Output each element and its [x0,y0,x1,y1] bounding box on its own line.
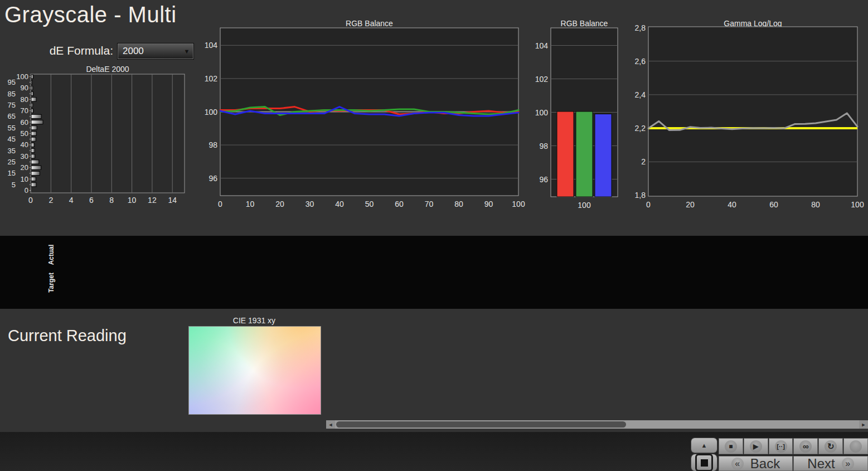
svg-text:0: 0 [28,196,33,205]
rgb-balance-bar-chart: 9698100102104100 [530,19,630,214]
next-chevron-icon: » [842,458,854,470]
svg-text:60: 60 [395,200,404,208]
back-chevron-icon: « [731,458,744,470]
back-button-label: Back [750,456,780,471]
read-continuous-button[interactable]: ∞ [793,438,818,454]
refresh-button[interactable]: ↻ [818,438,843,454]
svg-text:104: 104 [205,41,218,50]
pattern-bottom-bar: ▲ ■ ▶ [··] ∞ ↻ « Back Next » [0,432,868,471]
table-scrollbar[interactable]: ◄ ► [326,420,868,429]
svg-text:20: 20 [21,163,28,172]
rgb-balance-line-chart: 96981001021040102030405060708090100 [201,19,527,214]
svg-text:100: 100 [535,108,549,117]
svg-text:10: 10 [128,196,137,205]
svg-text:35: 35 [8,147,16,155]
svg-text:55: 55 [8,124,16,132]
blank-circle-icon [850,440,862,453]
stop-icon: ■ [725,440,737,453]
svg-text:12: 12 [148,196,157,205]
svg-text:40: 40 [728,200,736,209]
svg-text:75: 75 [8,101,16,109]
play-icon: ▶ [750,440,762,453]
strip-target-label: Target [47,269,56,296]
svg-text:100: 100 [16,72,28,81]
cie-chart-title: CIE 1931 xy [188,316,320,325]
stop-button[interactable]: ■ [719,438,743,454]
grayscale-strip: Actual Target [0,236,868,309]
svg-text:102: 102 [205,74,218,83]
de-formula-value: 2000 [118,46,180,57]
de-formula-label: dE Formula: [0,44,113,57]
next-button-label: Next [807,456,835,471]
svg-text:20: 20 [275,200,284,208]
svg-text:30: 30 [21,152,28,161]
svg-text:98: 98 [539,142,548,150]
svg-text:0: 0 [218,200,222,208]
expand-patterns-button[interactable]: ▲ [691,438,717,453]
svg-text:2,4: 2,4 [635,90,646,99]
up-arrow-icon: ▲ [701,442,707,449]
pattern-window-button[interactable] [691,454,717,471]
measurement-controls: ■ ▶ [··] ∞ ↻ [719,438,868,454]
svg-text:95: 95 [8,78,16,86]
svg-text:1,8: 1,8 [635,191,646,200]
scroll-left-icon[interactable]: ◄ [326,420,335,429]
svg-text:5: 5 [12,181,16,189]
page-title: Grayscale - Multi [4,2,177,27]
svg-text:60: 60 [769,200,778,209]
scroll-right-icon[interactable]: ► [859,420,868,429]
gamma-loglog-chart: 1,822,22,42,62,8020406080100 [627,19,868,214]
window-frame-icon [695,454,713,471]
svg-text:30: 30 [306,200,314,208]
svg-text:65: 65 [8,112,16,120]
deltae-histogram-chart: 0246810121405101520253035404550556065707… [0,62,195,214]
svg-text:2,2: 2,2 [635,124,646,133]
cie-chart-overlay [188,326,320,414]
refresh-icon: ↻ [825,440,837,453]
next-button[interactable]: Next » [793,456,868,471]
svg-text:90: 90 [484,200,493,208]
play-button[interactable]: ▶ [744,438,768,454]
svg-text:8: 8 [109,196,114,205]
chevron-down-icon: ▼ [180,48,193,55]
infinity-icon: ∞ [799,440,812,453]
navigation-buttons: « Back Next » [719,456,868,471]
svg-text:0: 0 [646,200,651,209]
svg-text:2,6: 2,6 [635,57,646,66]
svg-text:80: 80 [454,200,463,208]
svg-text:50: 50 [21,129,28,138]
svg-text:80: 80 [811,200,820,209]
current-reading-title: Current Reading [8,327,127,345]
svg-text:6: 6 [89,196,94,205]
read-series-button[interactable]: [··] [769,438,793,454]
svg-text:40: 40 [335,200,344,208]
svg-text:98: 98 [208,140,217,149]
svg-text:2,8: 2,8 [635,23,646,32]
svg-text:40: 40 [21,140,28,149]
svg-text:70: 70 [21,106,28,115]
svg-text:100: 100 [512,200,525,208]
svg-text:85: 85 [8,90,16,98]
svg-text:20: 20 [686,200,695,209]
back-button[interactable]: « Back [719,456,793,471]
svg-text:2: 2 [49,196,53,205]
svg-text:80: 80 [21,95,28,104]
svg-text:96: 96 [539,175,548,184]
svg-text:14: 14 [168,196,177,205]
de-formula-dropdown[interactable]: 2000 ▼ [117,43,194,60]
strip-actual-label: Actual [47,241,56,268]
svg-text:0: 0 [25,186,28,195]
scrollbar-thumb[interactable] [336,421,626,428]
svg-text:15: 15 [8,169,16,177]
svg-text:10: 10 [21,175,28,183]
svg-text:4: 4 [69,196,74,205]
svg-text:96: 96 [208,174,217,183]
svg-text:10: 10 [246,200,255,208]
blank-circle-button[interactable] [843,438,868,454]
svg-text:70: 70 [425,200,434,208]
calibration-app-window: Grayscale - Multi dE Formula: 2000 ▼ Del… [0,0,868,471]
svg-text:100: 100 [578,201,591,210]
svg-text:100: 100 [851,200,864,209]
series-pattern-icon: [··] [775,440,787,453]
svg-text:60: 60 [21,118,28,127]
